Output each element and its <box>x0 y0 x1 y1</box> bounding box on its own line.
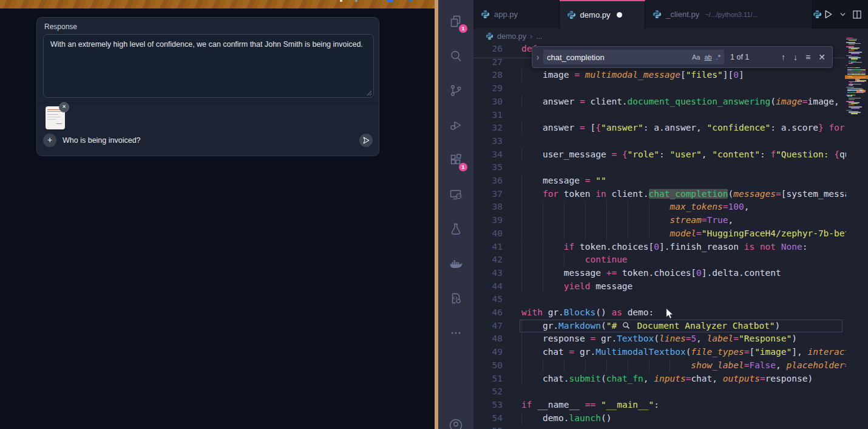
find-results-count: 1 of 1 <box>730 53 749 61</box>
code-line-29[interactable]: 29 <box>473 82 846 95</box>
code-line-41[interactable]: 41if token.choices[0].finish_reason is n… <box>473 241 846 254</box>
python-icon <box>481 10 490 19</box>
indent-guide <box>521 253 522 267</box>
code-line-44[interactable]: 44yield message <box>473 280 846 293</box>
minimap-line <box>846 84 867 85</box>
whole-word-icon[interactable]: ab <box>704 53 711 61</box>
code-line-32[interactable]: 32answer = [{"answer": a.answer, "confid… <box>473 122 846 135</box>
code-line-31[interactable]: 31 <box>473 109 846 122</box>
activity-docker[interactable] <box>438 246 473 281</box>
line-number: 40 <box>473 227 503 241</box>
code-line-51[interactable]: 51chat.submit(chat_fn, inputs=chat, outp… <box>473 372 846 386</box>
response-textarea[interactable]: With an extremely high level of confiden… <box>43 34 374 98</box>
activity-more[interactable] <box>438 315 473 350</box>
find-in-selection-icon[interactable]: ≡ <box>805 52 810 62</box>
code-line-45[interactable]: 45 <box>473 293 846 306</box>
regex-icon[interactable]: .* <box>716 53 721 61</box>
resize-handle-icon[interactable] <box>366 90 372 96</box>
code-line-38[interactable]: 38max_tokens=100, <box>473 201 846 214</box>
toggle-replace-icon[interactable]: › <box>532 52 543 62</box>
minimap-line <box>846 74 867 74</box>
tab-app-py[interactable]: app.py <box>473 0 560 29</box>
chat-input[interactable]: Who is being invoiced? <box>63 136 141 145</box>
code-line-50[interactable]: 50show_label=False, placeholder= <box>473 359 846 372</box>
code-line-36[interactable]: 36message = "" <box>473 174 846 188</box>
activity-code-runner[interactable] <box>438 281 473 315</box>
indent-guide <box>649 359 649 372</box>
indent-guide <box>521 122 522 135</box>
activity-extensions[interactable]: 1 <box>438 142 473 177</box>
send-icon <box>362 136 370 145</box>
indent-guide <box>543 267 543 280</box>
next-match-icon[interactable]: ↓ <box>793 52 798 62</box>
breadcrumb-more[interactable]: ... <box>536 32 542 41</box>
indent-guide <box>628 227 628 241</box>
indent-guide <box>521 214 522 227</box>
line-number: 48 <box>473 332 503 346</box>
send-button[interactable] <box>359 134 373 147</box>
code-line-30[interactable]: 30answer = client.document_question_answ… <box>473 95 846 109</box>
line-number: 29 <box>473 82 503 95</box>
top-bar-speck <box>387 0 393 2</box>
line-number: 46 <box>473 306 503 320</box>
split-editor-icon[interactable] <box>852 10 862 19</box>
explorer-badge: 1 <box>459 24 467 33</box>
minimap-line <box>846 53 867 53</box>
remove-attachment-button[interactable]: ✕ <box>59 102 69 112</box>
line-number: 50 <box>473 359 503 372</box>
attachment-thumbnail[interactable]: ✕ <box>46 106 65 129</box>
code-line-48[interactable]: 48response = gr.Textbox(lines=5, label="… <box>473 332 846 346</box>
modified-dot-icon[interactable] <box>617 12 622 18</box>
chat-panel: Response With an extremely high level of… <box>36 17 379 156</box>
code-line-37[interactable]: 37for token in client.chat_completion(me… <box>473 188 846 201</box>
activity-run-debug[interactable] <box>438 108 473 142</box>
run-button[interactable] <box>823 9 833 19</box>
activity-remote-explorer[interactable] <box>438 177 473 211</box>
activity-source-control[interactable] <box>438 73 473 108</box>
code-line-39[interactable]: 39stream=True, <box>473 214 846 227</box>
add-file-button[interactable]: + <box>43 134 56 147</box>
activity-account[interactable] <box>449 418 463 429</box>
chat-input-text: Who is being invoiced? <box>63 136 141 145</box>
extensions-badge: 1 <box>459 163 467 171</box>
breadcrumb-file[interactable]: demo.py <box>497 32 526 41</box>
indent-guide <box>649 227 649 241</box>
code-line-49[interactable]: 49chat = gr.MultimodalTextbox(file_types… <box>473 346 846 359</box>
testing-flask-icon <box>449 222 463 236</box>
code-line-35[interactable]: 35 <box>473 161 846 174</box>
code-area[interactable]: 26def2728image = multimodal_message["fil… <box>473 43 846 429</box>
minimap[interactable] <box>845 36 868 116</box>
tab-demo-py[interactable]: demo.py <box>560 0 646 29</box>
line-number: 38 <box>473 201 503 214</box>
find-input[interactable]: chat_completion Aa ab .* <box>543 50 724 64</box>
code-line-53[interactable]: 53if __name__ == "__main__": <box>473 399 846 412</box>
indent-guide <box>521 346 522 359</box>
indent-guide <box>521 241 522 254</box>
match-case-icon[interactable]: Aa <box>692 53 700 61</box>
code-line-46[interactable]: 46with gr.Blocks() as demo: <box>473 306 846 320</box>
tab-partial[interactable] <box>813 0 823 29</box>
code-line-40[interactable]: 40model="HuggingFaceH4/zephyr-7b-beta <box>473 227 846 241</box>
chevron-down-icon[interactable] <box>839 11 846 18</box>
code-line-52[interactable]: 52 <box>473 385 846 399</box>
code-line-28[interactable]: 28image = multimodal_message["files"][0] <box>473 69 846 82</box>
activity-search[interactable] <box>438 38 473 73</box>
activity-testing[interactable] <box>438 211 473 246</box>
line-number: 55 <box>473 425 503 429</box>
activity-explorer[interactable]: 1 <box>438 4 473 38</box>
code-line-34[interactable]: 34user_message = {"role": "user", "conte… <box>473 148 846 162</box>
close-find-icon[interactable]: ✕ <box>818 52 826 62</box>
code-runner-icon <box>449 291 463 306</box>
tab-client-py[interactable]: _client.py ~/.../python3.11/... <box>645 0 813 29</box>
code-line-55[interactable]: 55 <box>473 425 846 429</box>
code-line-54[interactable]: 54demo.launch() <box>473 412 846 425</box>
code-text: max_tokens=100, <box>670 201 749 214</box>
line-number: 49 <box>473 346 503 359</box>
code-line-33[interactable]: 33 <box>473 135 846 148</box>
indent-guide <box>543 280 543 293</box>
code-line-47[interactable]: 47gr.Markdown("# Document Analyzer Chatb… <box>473 320 846 333</box>
code-line-42[interactable]: 42continue <box>473 253 846 267</box>
tab-label: demo.py <box>580 10 611 19</box>
code-line-43[interactable]: 43message += token.choices[0].delta.cont… <box>473 267 846 280</box>
previous-match-icon[interactable]: ↑ <box>781 52 785 62</box>
